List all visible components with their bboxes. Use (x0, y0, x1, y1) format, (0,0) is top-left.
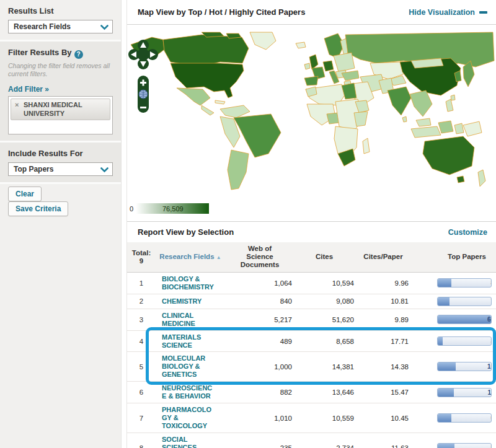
row-field-link[interactable]: MOLECULAR BIOLOGY & GENETICS (156, 354, 225, 379)
map-legend: 0 76,509 (130, 203, 209, 214)
report-header: Report View by Selection Customize (127, 222, 496, 242)
top-papers-count: 11 (487, 389, 492, 396)
row-docs-value: 235 (225, 444, 294, 448)
results-list-title: Results List (8, 6, 113, 15)
row-docs-value: 1,000 (225, 363, 294, 371)
top-papers-bar: 11 (437, 388, 492, 397)
filter-title: Filter Results By? (8, 48, 113, 59)
active-filters-box: × SHANXI MEDICAL UNIVERSITY (8, 96, 113, 134)
row-rank: 8 (127, 444, 156, 448)
remove-filter-icon[interactable]: × (15, 101, 19, 110)
main-panel: Map View by Top / Hot / Highly Cited Pap… (126, 0, 496, 448)
table-row[interactable]: 5 MOLECULAR BIOLOGY & GENETICS 1,000 14,… (127, 352, 496, 382)
filter-chip[interactable]: × SHANXI MEDICAL UNIVERSITY (11, 99, 110, 121)
row-cites-value: 10,594 (294, 279, 354, 287)
column-top-papers: Top Papers (412, 253, 496, 261)
save-criteria-button[interactable]: Save Criteria (8, 201, 68, 216)
row-top-papers-cell: 5 (412, 443, 496, 448)
row-cpp-value: 9.89 (354, 316, 412, 323)
include-results-title: Include Results For (8, 149, 113, 158)
row-field-link[interactable]: CLINICAL MEDICINE (156, 312, 225, 328)
filter-chip-label: SHANXI MEDICAL UNIVERSITY (24, 101, 82, 117)
map-zoom-control[interactable] (138, 76, 149, 113)
top-papers-bar-fill (438, 362, 456, 371)
clear-button[interactable]: Clear (8, 187, 42, 201)
row-top-papers-cell: 3 (412, 336, 496, 346)
zoom-out-icon[interactable] (140, 107, 146, 108)
legend-min-label: 0 (130, 205, 133, 213)
chevron-down-icon (100, 167, 108, 173)
row-cpp-value: 10.81 (354, 297, 412, 305)
world-choropleth-map[interactable]: .mD{fill:#1d5a11}.m1{fill:#2e6e1f}.m2{fi… (127, 25, 496, 221)
top-papers-count: 5 (490, 444, 492, 448)
include-results-section: Include Results For Top Papers (0, 143, 121, 182)
row-field-link[interactable]: MATERIALS SCIENCE (156, 333, 225, 349)
row-rank: 3 (127, 316, 156, 323)
results-list-section: Results List Research Fields (0, 0, 121, 40)
total-count: Total: 9 (127, 249, 156, 265)
row-cites-value: 14,381 (294, 363, 354, 371)
top-papers-bar: 6 (437, 413, 492, 423)
row-rank: 2 (127, 297, 156, 305)
row-cites-value: 51,620 (294, 316, 354, 323)
add-filter-link[interactable]: Add Filter » (8, 85, 49, 94)
top-papers-count: 6 (490, 415, 492, 421)
row-top-papers-cell: 60 (412, 315, 496, 324)
row-field-link[interactable]: NEUROSCIENCE & BEHAVIOR (156, 384, 225, 400)
row-field-link[interactable]: PHARMACOLOGY & TOXICOLOGY (156, 406, 225, 430)
top-papers-bar-fill (438, 389, 454, 397)
row-cites-value: 2,734 (294, 444, 354, 448)
sort-asc-icon: ▲ (216, 255, 221, 260)
map-title: Map View by Top / Hot / Highly Cited Pap… (138, 7, 305, 17)
row-docs-value: 1,064 (225, 279, 294, 287)
row-rank: 1 (127, 279, 156, 287)
legend-max-label: 76,509 (162, 205, 184, 213)
table-body: 1 BIOLOGY & BIOCHEMISTRY 1,064 10,594 9.… (127, 273, 496, 448)
actions-section: Clear Save Criteria (0, 184, 121, 448)
top-papers-bar-fill (438, 414, 451, 422)
table-row[interactable]: 2 CHEMISTRY 840 9,080 10.81 7 (127, 294, 496, 309)
row-docs-value: 882 (225, 389, 294, 396)
hide-visualization-link[interactable]: Hide Visualization (409, 8, 487, 17)
table-row[interactable]: 3 CLINICAL MEDICINE 5,217 51,620 9.89 60 (127, 309, 496, 331)
map-header: Map View by Top / Hot / Highly Cited Pap… (127, 0, 496, 25)
row-rank: 5 (127, 363, 156, 371)
table-row[interactable]: 1 BIOLOGY & BIOCHEMISTRY 1,064 10,594 9.… (127, 273, 496, 294)
column-cites-paper: Cites/Paper (354, 253, 412, 261)
row-docs-value: 840 (225, 297, 294, 305)
row-cpp-value: 9.96 (354, 279, 412, 287)
help-icon[interactable]: ? (74, 50, 83, 59)
column-research-fields[interactable]: Research Fields ▲ (156, 253, 225, 261)
table-row[interactable]: 8 SOCIAL SCIENCES, GENERAL 235 2,734 11.… (127, 433, 496, 448)
table-row[interactable]: 6 NEUROSCIENCE & BEHAVIOR 882 13,646 15.… (127, 382, 496, 403)
top-papers-count: 8 (490, 279, 492, 286)
table-row[interactable]: 7 PHARMACOLOGY & TOXICOLOGY 1,010 10,559… (127, 403, 496, 433)
esi-page: Results List Research Fields Filter Resu… (0, 0, 496, 448)
row-top-papers-cell: 8 (412, 278, 496, 288)
map-countries[interactable] (131, 32, 494, 190)
filter-section: Filter Results By? Changing the filter f… (0, 42, 121, 141)
column-wos-documents: Web of Science Documents (225, 245, 294, 270)
row-cites-value: 13,646 (294, 389, 354, 396)
row-docs-value: 1,010 (225, 415, 294, 422)
table-row[interactable]: 4 MATERIALS SCIENCE 489 8,658 17.71 3 (127, 331, 496, 353)
row-field-link[interactable]: CHEMISTRY (156, 297, 225, 305)
row-field-link[interactable]: SOCIAL SCIENCES, GENERAL (156, 436, 225, 448)
top-papers-bar: 7 (437, 297, 492, 306)
row-top-papers-cell: 6 (412, 413, 496, 423)
collapse-icon (479, 11, 487, 14)
results-list-dropdown-value: Research Fields (14, 22, 71, 31)
customize-link[interactable]: Customize (448, 228, 487, 237)
top-papers-count: 10 (487, 363, 492, 370)
row-field-link[interactable]: BIOLOGY & BIOCHEMISTRY (156, 275, 225, 291)
top-papers-bar-fill (438, 444, 454, 448)
top-papers-bar-fill (438, 315, 491, 323)
map-visualization[interactable]: .mD{fill:#1d5a11}.m1{fill:#2e6e1f}.m2{fi… (127, 25, 496, 222)
globe-icon[interactable] (139, 90, 148, 99)
top-papers-bar: 60 (437, 315, 492, 324)
include-results-dropdown[interactable]: Top Papers (8, 162, 113, 176)
row-cpp-value: 15.47 (354, 389, 412, 396)
results-list-dropdown[interactable]: Research Fields (8, 20, 113, 33)
top-papers-bar: 8 (437, 278, 492, 288)
row-cites-value: 10,559 (294, 415, 354, 422)
